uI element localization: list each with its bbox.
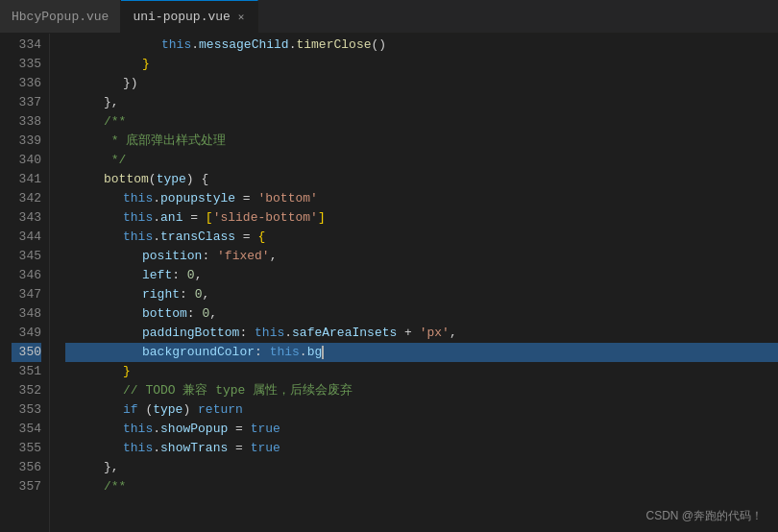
line-number: 351: [12, 362, 41, 381]
token-prop: safeAreaInsets: [292, 324, 397, 343]
token-str: 'slide-bottom': [213, 208, 318, 228]
line-number: 348: [12, 304, 41, 324]
token-prop: paddingBottom: [142, 324, 239, 343]
token-str: 'fixed': [217, 247, 270, 266]
code-line: }): [65, 74, 778, 93]
token-punct: .: [289, 36, 297, 55]
token-prop: backgroundColor: [142, 343, 255, 362]
token-punct: .: [153, 189, 160, 208]
line-number: 346: [12, 266, 41, 285]
token-this: this: [270, 343, 300, 362]
token-kw: true: [251, 420, 280, 439]
token-punct: ,: [195, 266, 203, 285]
tab-label-uni: uni-popup.vue: [133, 10, 230, 24]
token-prop: ani: [160, 208, 182, 228]
token-comment: *: [104, 132, 126, 151]
code-line: this.ani = ['slide-bottom']: [65, 208, 778, 228]
line-number: 350: [12, 343, 41, 362]
code-line: this.popupstyle = 'bottom': [65, 189, 778, 208]
token-op: =: [182, 208, 205, 228]
token-punct: },: [104, 458, 119, 477]
code-line: },: [65, 93, 778, 112]
token-punct: .: [153, 228, 160, 247]
tab-label-hbcy: HbcyPopup.vue: [12, 10, 109, 24]
token-fn: bottom: [104, 170, 149, 189]
token-op: :: [172, 266, 187, 285]
token-prop: left: [142, 266, 172, 285]
code-line: paddingBottom: this.safeAreaInsets + 'px…: [65, 324, 778, 343]
token-op: :: [180, 285, 195, 304]
token-this: this: [123, 420, 153, 439]
token-this: this: [123, 228, 153, 247]
token-punct: .: [284, 324, 292, 343]
text-cursor: [322, 346, 324, 359]
line-number: 337: [12, 93, 41, 112]
code-line: */: [65, 151, 778, 170]
code-line: this.showPopup = true: [65, 420, 778, 439]
token-op: :: [187, 304, 203, 324]
token-chinese: 底部弹出样式处理: [126, 132, 226, 151]
token-punct: ,: [202, 285, 209, 304]
token-this: this: [161, 36, 191, 55]
line-number: 342: [12, 189, 41, 208]
code-line: this.messageChild.timerClose(): [65, 36, 778, 55]
line-number: 334: [12, 36, 41, 55]
line-number: 339: [12, 132, 41, 151]
editor-area: 3343353363373383393403413423433443453463…: [0, 34, 778, 532]
token-this: this: [123, 208, 153, 228]
token-punct: ) {: [186, 170, 208, 189]
token-punct: },: [104, 93, 119, 112]
token-this: this: [123, 439, 153, 458]
token-op: =: [235, 189, 257, 208]
token-punct: .: [153, 420, 160, 439]
token-prop: showPopup: [160, 420, 228, 439]
line-number: 338: [12, 112, 41, 132]
token-arr: [: [206, 208, 213, 228]
token-obj: }: [123, 362, 131, 381]
line-number: 343: [12, 208, 41, 228]
tab-hbcypopup[interactable]: HbcyPopup.vue: [0, 0, 121, 33]
code-line: * 底部弹出样式处理: [65, 132, 778, 151]
code-line: /**: [65, 112, 778, 132]
token-prop: messageChild: [199, 36, 289, 55]
token-kw: if: [123, 400, 138, 420]
token-num: 0: [195, 285, 203, 304]
line-number: 347: [12, 285, 41, 304]
token-str: 'px': [420, 324, 450, 343]
token-op: :: [202, 247, 217, 266]
line-number: 349: [12, 324, 41, 343]
token-arr: ]: [318, 208, 326, 228]
watermark: CSDN @奔跑的代码！: [645, 508, 763, 524]
token-param: type: [153, 400, 182, 420]
line-number: 356: [12, 458, 41, 477]
line-number: 355: [12, 439, 41, 458]
line-number: 336: [12, 74, 41, 93]
token-op: =: [235, 228, 257, 247]
token-this: this: [123, 189, 153, 208]
code-line: bottom: 0,: [65, 304, 778, 324]
token-op: =: [228, 420, 250, 439]
line-number: 353: [12, 400, 41, 420]
token-prop: position: [142, 247, 202, 266]
code-line: }: [65, 55, 778, 74]
token-punct: .: [153, 208, 160, 228]
token-punct: .: [191, 36, 199, 55]
code-area: this.messageChild.timerClose()}})},/** *…: [50, 34, 778, 532]
line-number: 344: [12, 228, 41, 247]
token-prop: showTrans: [160, 439, 228, 458]
token-punct: ,: [270, 247, 278, 266]
token-punct: (): [371, 36, 386, 55]
code-line: /**: [65, 477, 778, 496]
line-number: 335: [12, 55, 41, 74]
token-obj: {: [257, 228, 265, 247]
close-icon[interactable]: ✕: [236, 9, 247, 25]
token-punct: ,: [450, 324, 457, 343]
token-punct: (: [138, 400, 154, 420]
line-number: 340: [12, 151, 41, 170]
token-this: this: [255, 324, 284, 343]
tab-uni-popup[interactable]: uni-popup.vue ✕: [121, 0, 258, 33]
token-kw: return: [198, 400, 243, 420]
token-num: 0: [202, 304, 209, 324]
token-obj: }: [142, 55, 150, 74]
token-prop: bottom: [142, 304, 187, 324]
